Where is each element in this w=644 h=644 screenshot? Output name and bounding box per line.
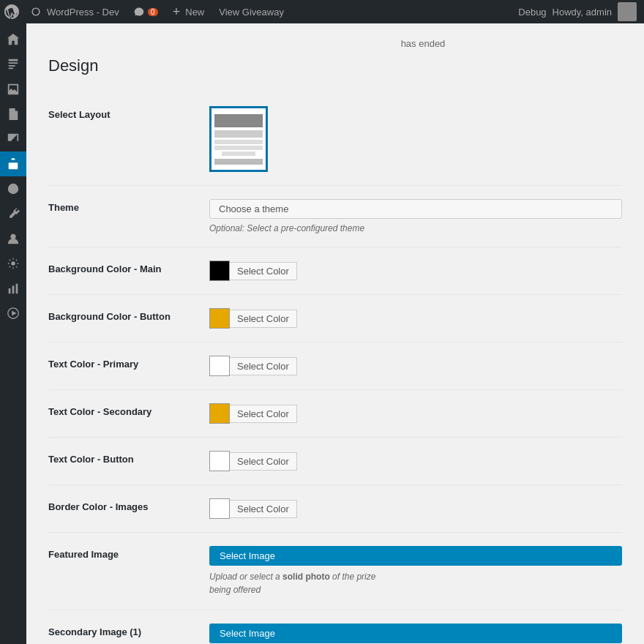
- form-row-secondary-image: Secondary Image (1) Select Image Choose …: [48, 610, 622, 644]
- control-text-button: Select Color: [209, 451, 622, 471]
- label-theme: Theme: [48, 199, 209, 213]
- main-content: has ended Design Select Layout Theme Cho…: [26, 23, 644, 644]
- swatch-text-secondary[interactable]: [209, 403, 230, 424]
- svg-point-3: [11, 261, 15, 265]
- sidebar-icon-tools[interactable]: [0, 201, 26, 226]
- admin-bar-left: WordPress - Dev 0 + New View Giveaway: [0, 0, 291, 23]
- form-row-bg-main: Background Color - Main Select Color: [48, 247, 622, 295]
- control-text-secondary: Select Color: [209, 403, 622, 424]
- label-layout: Select Layout: [48, 106, 209, 120]
- sidebar-icon-pages[interactable]: [0, 102, 26, 127]
- select-color-text-secondary[interactable]: Select Color: [230, 405, 297, 423]
- admin-bar-right: Debug Howdy, admin: [518, 2, 644, 21]
- ab-new[interactable]: + New: [165, 0, 212, 23]
- control-layout: [209, 106, 622, 172]
- color-row-bg-button: Select Color: [209, 308, 622, 329]
- ab-comments[interactable]: 0: [127, 0, 165, 23]
- control-text-primary: Select Color: [209, 356, 622, 376]
- label-text-button: Text Color - Button: [48, 451, 209, 465]
- swatch-border-images[interactable]: [209, 498, 230, 519]
- select-featured-image-button[interactable]: Select Image: [209, 546, 622, 566]
- svg-rect-4: [9, 288, 11, 293]
- form-row-bg-button: Background Color - Button Select Color: [48, 295, 622, 342]
- admin-bar: WordPress - Dev 0 + New View Giveaway De…: [0, 0, 644, 23]
- label-bg-button: Background Color - Button: [48, 308, 209, 322]
- select-color-bg-main[interactable]: Select Color: [230, 262, 297, 280]
- color-row-bg-main: Select Color: [209, 261, 622, 281]
- sidebar-icon-play[interactable]: [0, 301, 26, 326]
- label-secondary-image: Secondary Image (1): [48, 624, 209, 637]
- select-color-bg-button[interactable]: Select Color: [230, 310, 297, 328]
- swatch-bg-button[interactable]: [209, 308, 230, 329]
- ab-view-giveaway[interactable]: View Giveaway: [211, 0, 291, 23]
- sidebar-icon-media[interactable]: [0, 77, 26, 102]
- sidebar-icon-posts[interactable]: [0, 52, 26, 77]
- color-row-border-images: Select Color: [209, 498, 622, 519]
- color-row-text-secondary: Select Color: [209, 403, 622, 424]
- ab-howdy[interactable]: Howdy, admin: [553, 7, 612, 18]
- swatch-text-button[interactable]: [209, 451, 230, 471]
- form-row-theme: Theme Choose a theme Optional: Select a …: [48, 186, 622, 247]
- form-row-text-secondary: Text Color - Secondary Select Color: [48, 390, 622, 438]
- form-row-layout: Select Layout: [48, 93, 622, 186]
- sidebar-icon-comments[interactable]: [0, 127, 26, 151]
- label-text-primary: Text Color - Primary: [48, 356, 209, 370]
- form-row-text-primary: Text Color - Primary Select Color: [48, 342, 622, 390]
- select-color-border-images[interactable]: Select Color: [230, 500, 297, 518]
- theme-optional-text: Optional: Select a pre-configured theme: [209, 223, 622, 233]
- swatch-text-primary[interactable]: [209, 356, 230, 376]
- sidebar-icon-users[interactable]: [0, 226, 26, 251]
- control-border-images: Select Color: [209, 498, 622, 519]
- svg-rect-6: [16, 284, 18, 294]
- ab-site[interactable]: WordPress - Dev: [23, 0, 127, 23]
- sidebar-icon-chart[interactable]: [0, 276, 26, 301]
- select-color-text-primary[interactable]: Select Color: [230, 357, 297, 375]
- select-color-text-button[interactable]: Select Color: [230, 452, 297, 471]
- form-row-text-button: Text Color - Button Select Color: [48, 438, 622, 485]
- wp-logo[interactable]: [0, 0, 23, 23]
- sidebar-icon-appearance[interactable]: [0, 176, 26, 201]
- select-secondary-image-button[interactable]: Select Image: [209, 624, 622, 643]
- form-row-border-images: Border Color - Images Select Color: [48, 485, 622, 533]
- control-bg-button: Select Color: [209, 308, 622, 329]
- control-secondary-image: Select Image Choose up to four secondary…: [209, 624, 622, 644]
- svg-marker-8: [12, 310, 16, 315]
- sidebar: [0, 23, 26, 644]
- label-border-images: Border Color - Images: [48, 498, 209, 512]
- color-row-text-primary: Select Color: [209, 356, 622, 376]
- svg-point-2: [10, 234, 15, 239]
- label-featured-image: Featured Image: [48, 546, 209, 560]
- sidebar-icon-giveaway[interactable]: [0, 151, 26, 176]
- svg-rect-5: [12, 285, 15, 293]
- layout-thumbnail[interactable]: [209, 106, 268, 172]
- swatch-bg-main[interactable]: [209, 261, 230, 281]
- sidebar-icon-dashboard[interactable]: [0, 27, 26, 52]
- form-row-featured-image: Featured Image Select Image Upload or se…: [48, 533, 622, 610]
- choose-theme-button[interactable]: Choose a theme: [209, 199, 622, 219]
- label-text-secondary: Text Color - Secondary: [48, 403, 209, 417]
- control-theme: Choose a theme Optional: Select a pre-co…: [209, 199, 622, 233]
- label-bg-main: Background Color - Main: [48, 261, 209, 274]
- featured-image-helper: Upload or select a solid photo of the pr…: [209, 570, 400, 596]
- control-bg-main: Select Color: [209, 261, 622, 281]
- control-featured-image: Select Image Upload or select a solid ph…: [209, 546, 622, 596]
- ab-debug[interactable]: Debug: [518, 7, 546, 18]
- svg-rect-0: [9, 162, 18, 169]
- color-row-text-button: Select Color: [209, 451, 622, 471]
- sidebar-icon-settings[interactable]: [0, 251, 26, 276]
- page-title: Design: [48, 56, 622, 75]
- user-avatar: [618, 2, 637, 21]
- has-ended-text: has ended: [224, 38, 622, 49]
